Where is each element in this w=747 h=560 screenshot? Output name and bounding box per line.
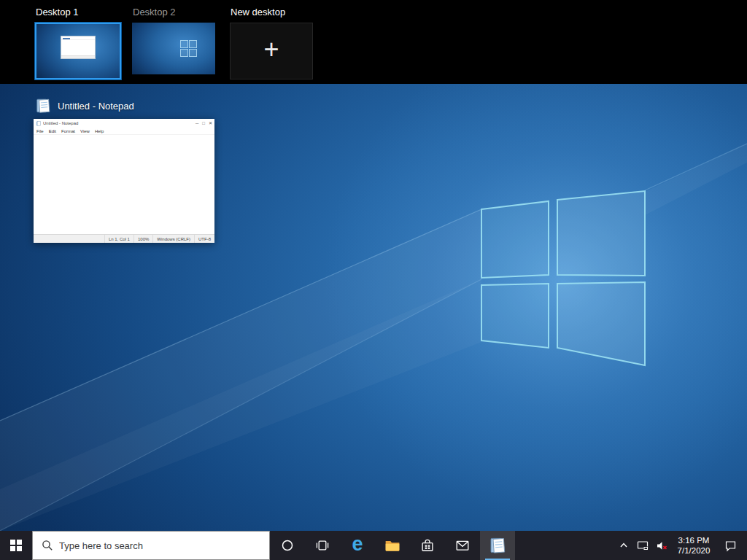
desktop-1-tile: Desktop 1 (35, 0, 121, 79)
mini-statusbar (61, 55, 95, 58)
notepad-taskbar-button[interactable] (480, 531, 515, 560)
windows-logo-mini-icon (180, 40, 197, 57)
task-view-screen: Desktop 1 Desktop 2 New desktop (0, 0, 747, 560)
notepad-icon (36, 121, 41, 126)
thumb-titlebar: Untitled - Notepad ─ □ ✕ (34, 119, 214, 128)
new-desktop-button[interactable]: + (230, 23, 313, 79)
microsoft-store-button[interactable] (410, 531, 445, 560)
notepad-icon (489, 537, 506, 554)
cortana-button[interactable] (270, 531, 305, 560)
status-encoding: UTF-8 (195, 235, 214, 243)
action-center-icon (724, 540, 737, 552)
clock[interactable]: 3:16 PM 7/1/2020 (671, 531, 716, 560)
desktop-1-mini-notepad-window (61, 36, 96, 59)
maximize-icon: □ (202, 121, 205, 125)
status-line-ending: Windows (CRLF) (153, 235, 195, 243)
mail-icon (455, 538, 470, 553)
cortana-icon (281, 539, 294, 552)
desktop-2-label: Desktop 2 (133, 7, 215, 18)
status-spacer (34, 235, 105, 243)
desktop-1-thumbnail[interactable] (35, 23, 121, 79)
new-desktop-tile: New desktop + (230, 0, 313, 79)
chevron-up-icon (618, 540, 630, 551)
window-label-row: Untitled - Notepad (35, 97, 214, 114)
task-view-button[interactable] (305, 531, 340, 560)
clock-time: 3:16 PM (678, 535, 710, 545)
thumb-window-controls: ─ □ ✕ (196, 121, 212, 125)
minimize-icon: ─ (196, 121, 198, 125)
windows-start-icon (10, 540, 22, 551)
menu-format: Format (61, 129, 75, 133)
desktop-2-tile: Desktop 2 (132, 0, 215, 74)
clock-date: 7/1/2020 (678, 545, 711, 556)
taskbar-search-box[interactable] (32, 531, 270, 560)
store-icon (420, 538, 435, 553)
search-icon (42, 540, 53, 551)
start-button[interactable] (0, 531, 32, 560)
status-cursor-position: Ln 1, Col 1 (105, 235, 134, 243)
plus-icon: + (263, 36, 279, 63)
edge-icon: e (352, 534, 363, 554)
thumb-text-area (34, 135, 214, 234)
menu-help: Help (95, 129, 104, 133)
thumb-window-title: Untitled - Notepad (43, 121, 196, 125)
menu-file: File (36, 129, 44, 133)
notepad-icon (35, 98, 51, 114)
file-explorer-icon (384, 537, 400, 553)
volume-muted-icon (656, 540, 668, 552)
mini-body (61, 40, 95, 55)
network-icon (637, 540, 649, 551)
task-view-background[interactable]: Untitled - Notepad Untitled - Notepad ─ … (0, 84, 747, 531)
mini-titlebar (61, 36, 95, 40)
network-button[interactable] (633, 531, 652, 560)
task-view-icon (316, 539, 329, 552)
window-title: Untitled - Notepad (58, 101, 134, 112)
tray-overflow-button[interactable] (614, 531, 633, 560)
desktop-1-label: Desktop 1 (36, 7, 121, 18)
thumb-menubar: File Edit Format View Help (34, 128, 214, 135)
menu-view: View (80, 129, 90, 133)
open-window-group: Untitled - Notepad Untitled - Notepad ─ … (34, 97, 214, 243)
file-explorer-button[interactable] (375, 531, 410, 560)
volume-button[interactable] (652, 531, 671, 560)
desktop-2-thumbnail[interactable] (132, 23, 215, 74)
taskbar: e (0, 531, 747, 560)
mail-button[interactable] (445, 531, 480, 560)
status-zoom: 100% (134, 235, 153, 243)
new-desktop-label: New desktop (231, 7, 313, 18)
close-icon: ✕ (209, 121, 212, 125)
thumb-statusbar: Ln 1, Col 1 100% Windows (CRLF) UTF-8 (34, 234, 214, 243)
search-input[interactable] (33, 532, 269, 559)
edge-button[interactable]: e (340, 531, 375, 560)
desktop-2-mini-wallpaper (132, 23, 215, 74)
menu-edit: Edit (49, 129, 56, 133)
action-center-button[interactable] (716, 531, 744, 560)
system-tray: 3:16 PM 7/1/2020 (614, 531, 747, 560)
virtual-desktops-bar: Desktop 1 Desktop 2 New desktop (0, 0, 747, 84)
notepad-window-thumbnail[interactable]: Untitled - Notepad ─ □ ✕ File Edit Forma… (34, 119, 214, 243)
